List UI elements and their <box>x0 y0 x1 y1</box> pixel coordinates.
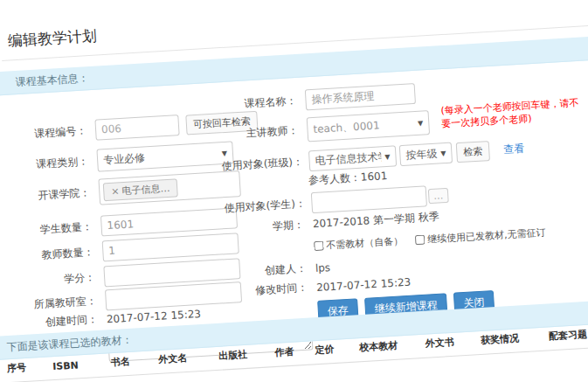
page-canvas: 编辑教学计划 课程基本信息： 课程编号： 可按回车检索 课程类别： 专业必修 ▼… <box>0 0 588 382</box>
course-no-label: 课程编号： <box>6 122 96 142</box>
course-no-input[interactable] <box>94 115 179 141</box>
no-textbook-label: 不需教材（自备） <box>326 234 404 252</box>
grade-select-value: 按年级 <box>405 146 438 163</box>
student-count-label: 学生数量： <box>11 219 101 239</box>
course-type-select[interactable]: 专业必修 ▼ <box>96 141 233 171</box>
spacer <box>231 312 318 317</box>
more-button[interactable]: … <box>428 187 449 203</box>
chevron-down-icon: ▼ <box>384 152 391 160</box>
target-student-input[interactable] <box>311 185 427 213</box>
credit-label: 学分： <box>15 269 105 289</box>
modify-time-value: 2017-07-12 15:23 <box>316 275 412 293</box>
create-time-value: 2017-07-12 15:23 <box>107 307 202 324</box>
creator-value: lps <box>315 261 331 274</box>
col-isbn: ISBN <box>34 358 98 373</box>
office-label: 所属教研室： <box>16 293 106 313</box>
col-foreignname: 外文名 <box>143 351 202 367</box>
continue-textbook-label: 继续使用已发教材,无需征订 <box>427 226 546 246</box>
col-seq: 序号 <box>0 360 35 375</box>
student-count-input[interactable] <box>100 207 238 236</box>
col-price: 定价 <box>304 342 345 358</box>
view-link[interactable]: 查看 <box>503 141 525 156</box>
grade-select[interactable]: 按年级 ▼ <box>399 142 453 167</box>
spacer <box>227 247 315 252</box>
col-foreign-book: 外文书 <box>412 335 467 351</box>
course-name-input[interactable] <box>305 83 416 110</box>
no-textbook-checkbox-input[interactable] <box>314 240 324 251</box>
col-school-textbook: 校本教材 <box>344 338 413 356</box>
continue-textbook-checkbox[interactable]: 继续使用已发教材,无需征订 <box>415 226 546 247</box>
col-author: 作者 <box>264 344 305 360</box>
chevron-down-icon: ▼ <box>440 149 446 156</box>
section-selected-materials-label: 下面是该课程已选的教材： <box>6 332 133 355</box>
course-name-label: 课程名称： <box>218 93 306 113</box>
main-teacher-label: 主讲教师： <box>219 122 308 142</box>
teacher-count-label: 教师数量： <box>13 244 103 264</box>
close-icon[interactable]: × <box>111 185 120 198</box>
target-student-label: 使用对象(学生)： <box>224 196 312 216</box>
class-college-value: 电子信息技术学院 <box>315 149 382 168</box>
class-college-select[interactable]: 电子信息技术学院 ▼ <box>308 145 397 171</box>
reference-count: 参考人数：1601 <box>308 169 387 188</box>
no-textbook-checkbox[interactable]: 不需教材（自备） <box>314 234 404 253</box>
college-tag: × 电子信息… <box>103 178 178 201</box>
target-class-label: 使用对象(班级)： <box>221 154 309 174</box>
semester-value: 2017-2018 第一学期 秋季 <box>312 210 439 233</box>
col-publisher: 出版社 <box>201 347 265 364</box>
college-tag-text: 电子信息… <box>121 181 170 197</box>
col-bookname: 书名 <box>97 354 145 370</box>
teacher-count-input[interactable] <box>102 233 239 261</box>
main-teacher-select[interactable]: teach、0001 ▼ <box>307 110 430 142</box>
main-teacher-value: teach、0001 <box>313 118 380 136</box>
course-type-label: 课程类别： <box>8 153 98 173</box>
college-label: 开课学院： <box>10 184 100 205</box>
chevron-down-icon: ▼ <box>418 119 424 127</box>
section-basic-info-label: 课程基本信息： <box>15 71 89 90</box>
college-tag-input[interactable]: × 电子信息… <box>98 170 240 205</box>
continue-textbook-checkbox-input[interactable] <box>415 235 425 246</box>
col-awards: 获奖情况 <box>467 330 534 347</box>
class-search-button[interactable]: 检索 <box>456 141 490 163</box>
course-type-value: 专业必修 <box>103 150 146 168</box>
